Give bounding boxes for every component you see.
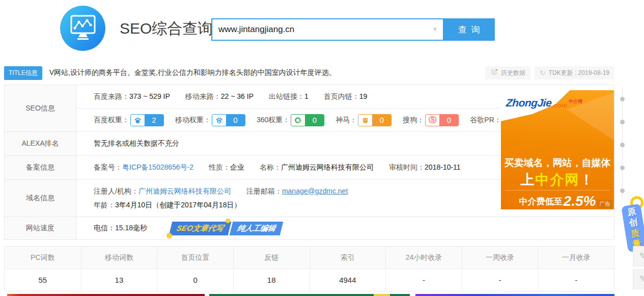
- beian-name: 名称：广州迪姆云网络科技有限公司: [260, 163, 374, 172]
- original-quality-sticker[interactable]: 原创 质量: [621, 204, 644, 253]
- ad-label: 广告: [597, 200, 612, 208]
- beian-nature: 性质：企业: [209, 163, 244, 172]
- edit-feedback-button[interactable]: ✎: [633, 246, 644, 266]
- title-info-row: TITLE信息 V网站,设计师的商务平台。金堂奖,行业公信力和影响力排名头部的中…: [4, 66, 614, 79]
- shenma-owl-icon: [358, 115, 372, 126]
- stats-header: 移动词数: [81, 247, 157, 268]
- row-label-domain: 域名信息: [5, 180, 76, 217]
- so360-weight-badge[interactable]: 0: [291, 114, 324, 126]
- baidu-mobile-paw-icon: M: [212, 115, 226, 126]
- stats-value: 13: [81, 269, 157, 291]
- domain-email: 注册邮箱：manage@gzdmc.net: [246, 187, 348, 196]
- sogou-weight-badge[interactable]: Ⓢ 0: [425, 114, 459, 126]
- stats-header: 一月收录: [538, 247, 614, 268]
- query-button[interactable]: 查 询: [444, 18, 495, 41]
- promo-dot: [226, 219, 230, 223]
- edit-feedback-button[interactable]: ✎: [633, 269, 644, 289]
- beian-number-link[interactable]: 粤ICP备15028656号-2: [122, 163, 193, 171]
- promo-dot: [166, 233, 172, 238]
- seo-query-page: SEO综合查询 ▼ 查 询 TITLE信息 V网站,设计师的商务平台。金堂奖,行…: [0, 0, 644, 296]
- keyword-stats-table: PC词数 移动词数 首页位置 反链 索引 24小时收录 一周收录 一月收录 55…: [4, 246, 614, 291]
- sogou-icon: Ⓢ: [426, 115, 439, 126]
- stats-header: 索引: [310, 247, 386, 268]
- stats-value: -: [538, 269, 614, 291]
- pencil-icon: ✎: [639, 274, 644, 285]
- site-logo: [60, 6, 105, 51]
- seo-article-promo-banner[interactable]: SEO文章代写 纯人工编辑: [171, 222, 282, 235]
- stats-value: 55: [5, 269, 81, 291]
- row-speed: 网站速度 电信：15.18毫秒 SEO文章代写 纯人工编辑: [5, 217, 614, 239]
- mobile-weight: 移动权重： M 0: [175, 114, 245, 126]
- side-nav-dot[interactable]: [620, 120, 625, 124]
- mobile-weight-badge[interactable]: M 0: [212, 114, 245, 126]
- stats-header: PC词数: [5, 247, 81, 268]
- layers-icon: [490, 69, 498, 77]
- beian-number: 备案号：粤ICP备15028656号-2: [94, 163, 193, 172]
- email-link[interactable]: manage@gzdmc.net: [282, 187, 348, 195]
- homepage-inner-links: 首页内链：19: [324, 92, 368, 101]
- ad-line-1: 买卖域名，网站，自媒体: [501, 156, 614, 170]
- beian-audit-time: 审核时间：2018-10-11: [389, 163, 461, 172]
- stats-header: 24小时收录: [385, 247, 462, 268]
- baidu-weight: 百度权重： 2: [94, 114, 164, 126]
- row-label-seo: SEO信息: [5, 85, 76, 131]
- title-badge: TITLE信息: [4, 66, 42, 80]
- dropdown-arrow-icon[interactable]: ▼: [432, 26, 438, 32]
- stats-value-row: 55 13 0 18 4944 - - -: [5, 268, 614, 291]
- stats-value: -: [462, 269, 538, 291]
- history-data-button[interactable]: 历史数据: [485, 66, 530, 79]
- refresh-icon: ↻: [540, 69, 546, 76]
- bottom-ad-strip[interactable]: [7, 294, 205, 296]
- domain-age: 年龄：3年4月10日（创建于2017年04月18日）: [94, 201, 241, 210]
- svg-text:M: M: [218, 120, 220, 123]
- speed-value: 电信：15.18毫秒: [94, 224, 147, 233]
- promo-text-2: 纯人工编辑: [229, 222, 283, 235]
- stats-value: 4944: [310, 269, 386, 291]
- zhongjie-ad-banner[interactable]: ZhongJie.com中介网 买卖域名，网站，自媒体 上中介网！ 中介费低至2…: [501, 90, 614, 209]
- sogou-weight: 搜狗： Ⓢ 0: [403, 114, 459, 126]
- shenma-weight: 神马： 0: [335, 114, 391, 126]
- so360-weight: 360权重： 0: [257, 114, 324, 126]
- tdk-update-button[interactable]: ↻ TDK更新 : 2019-08-19: [535, 66, 614, 79]
- ad-divider: [505, 190, 610, 191]
- stats-header: 首页位置: [157, 247, 233, 268]
- search-input[interactable]: [212, 19, 443, 40]
- side-nav-dot[interactable]: [620, 189, 625, 193]
- stats-header: 一周收录: [462, 247, 538, 268]
- shenma-weight-badge[interactable]: 0: [358, 114, 391, 126]
- registrant-link[interactable]: 广州迪姆云网络科技有限公司: [138, 187, 231, 195]
- zhongjie-logo: ZhongJie.com中介网: [506, 97, 582, 109]
- site-title-text: V网站,设计师的商务平台。金堂奖,行业公信力和影响力排名头部的中国室内设计年度评…: [49, 68, 481, 77]
- stats-value: 0: [157, 269, 233, 291]
- ad-line-2: 上中介网！: [501, 171, 614, 189]
- side-nav-dot[interactable]: [620, 166, 625, 170]
- monitor-chart-icon: [67, 13, 99, 44]
- so360-icon: [291, 115, 305, 126]
- baidu-paw-icon: [131, 115, 145, 126]
- outbound-links: 出站链接：1: [269, 92, 309, 101]
- baidu-traffic: 百度来路：373 ~ 529 IP: [94, 92, 170, 101]
- stats-value: -: [385, 269, 462, 291]
- side-nav-dot[interactable]: [620, 143, 625, 147]
- search-box: ▼: [211, 18, 444, 41]
- row-label-alexa: ALEXA排名: [5, 132, 76, 155]
- domain-registrant: 注册人/机构：广州迪姆云网络科技有限公司: [94, 187, 231, 196]
- promo-text-1: SEO文章代写: [169, 222, 231, 235]
- stats-header-row: PC词数 移动词数 首页位置 反链 索引 24小时收录 一周收录 一月收录: [5, 247, 614, 268]
- row-label-speed: 网站速度: [5, 217, 76, 239]
- side-nav-dot[interactable]: [620, 97, 625, 101]
- stats-header: 反链: [233, 247, 310, 268]
- bottom-ad-strip[interactable]: [209, 294, 410, 296]
- pencil-icon: ✎: [639, 251, 644, 262]
- mobile-traffic: 移动来路：22 ~ 36 IP: [185, 92, 254, 101]
- seo-info-table: SEO信息 百度来路：373 ~ 529 IP 移动来路：22 ~ 36 IP …: [4, 85, 614, 240]
- tdk-update-label: TDK更新 : 2019-08-19: [549, 69, 609, 77]
- page-title: SEO综合查询: [120, 18, 213, 39]
- bottom-ad-strip[interactable]: [415, 294, 614, 296]
- history-data-label: 历史数据: [501, 69, 525, 77]
- baidu-weight-badge[interactable]: 2: [130, 114, 164, 126]
- stats-value: 18: [233, 269, 310, 291]
- row-label-beian: 备案信息: [5, 156, 76, 179]
